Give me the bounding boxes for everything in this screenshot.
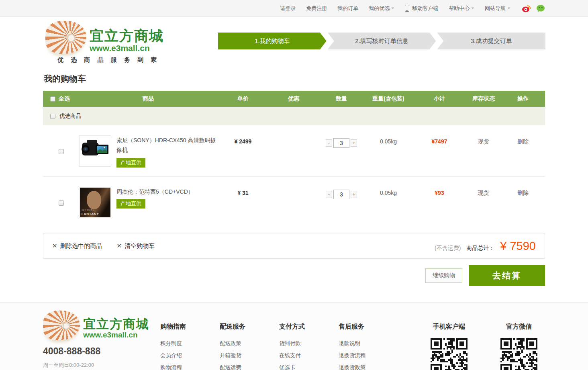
item-checkbox[interactable] [59, 200, 64, 206]
col-header-unit-price: 单价 [217, 91, 269, 107]
quantity-increase-button[interactable]: + [351, 191, 357, 198]
footer-link[interactable]: 在线支付 [279, 350, 339, 362]
x-icon: ✕ [52, 242, 57, 249]
wechat-icon[interactable] [536, 4, 545, 13]
step-order-submitted: 3.成功提交订单 [437, 33, 545, 49]
logo-title: 宜立方商城 [90, 29, 164, 43]
origin-direct-badge: 产地直供 [116, 158, 145, 168]
mobile-app-qr-block: 手机客户端 [423, 323, 475, 370]
footer-link[interactable]: 退款说明 [339, 337, 398, 350]
col-header-discount: 优惠 [269, 91, 318, 107]
footer: 宜立方商城 www.e3mall.cn 4008-888-888 周一至周日8:… [0, 302, 588, 370]
cart-summary-bar: ✕ 删除选中的商品 ✕ 清空购物车 (不含运费) 商品总计： ¥ 7590 [43, 233, 545, 259]
delete-item-link[interactable]: 删除 [501, 187, 545, 219]
weibo-icon[interactable] [522, 4, 531, 13]
logo-url: www.e3mall.cn [90, 44, 164, 52]
footer-column-payment: 支付方式 货到付款 在线支付 优选卡 发票制度 [279, 311, 339, 370]
checkout-button[interactable]: 去结算 [469, 265, 545, 286]
col-header-quantity: 数量 [318, 91, 364, 107]
checkout-steps: 1.我的购物车 2.填写核对订单信息 3.成功提交订单 [218, 33, 545, 49]
col-header-subtotal: 小计 [412, 91, 466, 107]
product-title-link[interactable]: 索尼（SONY）HDR-CX450 高清数码摄像机 [116, 135, 217, 155]
continue-shopping-button[interactable]: 继续购物 [425, 268, 462, 283]
delete-selected-link[interactable]: ✕ 删除选中的商品 [52, 242, 102, 250]
col-header-weight: 重量(含包装) [364, 91, 412, 107]
footer-link[interactable]: 优选卡 [279, 362, 339, 370]
footer-column-shopping-guide: 购物指南 积分制度 会员介绍 购物流程 常用问题 [160, 311, 220, 370]
topbar-menu-my-picks[interactable]: 我的优选 ▼ [369, 5, 394, 12]
promo-group-checkbox[interactable] [50, 114, 55, 119]
footer-link[interactable]: 积分制度 [160, 337, 220, 350]
footer-link[interactable]: 货到付款 [279, 337, 339, 350]
product-title-link[interactable]: 周杰伦：范特西5（CD+VCD） [116, 187, 194, 196]
footer-column-after-sales: 售后服务 退款说明 退换货流程 退换货政策 隐私条款 [339, 311, 398, 370]
step-confirm-order: 2.填写核对订单信息 [328, 33, 436, 49]
cart-item-row: JAY CHOU FANTASY 周杰伦：范特西5（CD+VCD） 产地直供 ¥… [43, 177, 545, 228]
item-weight: 0.05kg [364, 187, 412, 219]
item-subtotal: ¥7497 [412, 135, 466, 168]
unit-price: ¥ 31 [217, 187, 269, 219]
nautilus-shell-logo-image [43, 311, 80, 340]
topbar: 请登录 免费注册 我的订单 我的优选 ▼ 移动客户端 帮助中心 ▼ 网站导航 ▼ [0, 0, 588, 17]
service-phone-number: 4008-888-888 [43, 346, 160, 357]
total-label: 商品总计： [466, 245, 494, 252]
cart-item-row: 索尼（SONY）HDR-CX450 高清数码摄像机 产地直供 ¥ 2499 - … [43, 125, 545, 177]
quantity-increase-button[interactable]: + [351, 139, 357, 147]
quantity-decrease-button[interactable]: - [326, 139, 332, 147]
footer-column-delivery: 配送服务 配送政策 开箱验货 配送运费 配送范围 [220, 311, 279, 370]
topbar-menu-help-center[interactable]: 帮助中心 ▼ [449, 5, 474, 12]
item-subtotal: ¥93 [412, 187, 466, 219]
quantity-decrease-button[interactable]: - [326, 191, 332, 198]
step-my-cart: 1.我的购物车 [218, 33, 327, 49]
quantity-stepper: - + [326, 138, 357, 148]
topbar-menu-site-nav[interactable]: 网站导航 ▼ [485, 5, 510, 12]
footer-link[interactable]: 退换货流程 [339, 350, 398, 362]
footer-link[interactable]: 配送政策 [220, 337, 279, 350]
footer-link[interactable]: 退换货政策 [339, 362, 398, 370]
logo-tagline: 优 选 商 品 服 务 到 家 [57, 56, 159, 64]
topbar-link-register[interactable]: 免费注册 [306, 5, 327, 12]
qr-code-mobile-app [431, 338, 468, 370]
official-wechat-qr-block: 官方微信 [493, 323, 545, 370]
freight-note: (不含运费) [435, 245, 461, 252]
stock-status: 现货 [466, 187, 501, 219]
cart-table-header: 全选 商品 单价 优惠 数量 重量(含包装) 小计 库存状态 操作 [43, 91, 545, 107]
smartphone-icon [405, 5, 409, 12]
quantity-input[interactable] [333, 138, 349, 148]
discount-cell [269, 187, 318, 219]
product-image-camcorder[interactable] [79, 135, 111, 167]
promo-group-row: 优选商品 [43, 107, 545, 125]
item-weight: 0.05kg [364, 135, 412, 168]
quantity-stepper: - + [326, 190, 357, 199]
col-header-stock-status: 库存状态 [466, 91, 501, 107]
col-header-action: 操作 [501, 91, 545, 107]
product-image-album[interactable]: JAY CHOU FANTASY [79, 187, 111, 218]
service-hours: 周一至周日8:00-22:00 [43, 362, 160, 369]
footer-link[interactable]: 配送运费 [220, 362, 279, 370]
clear-cart-link[interactable]: ✕ 清空购物车 [117, 242, 155, 250]
quantity-input[interactable] [333, 190, 349, 199]
nautilus-shell-logo-image [45, 21, 86, 54]
col-header-product: 商品 [79, 91, 217, 107]
footer-link[interactable]: 开箱验货 [220, 350, 279, 362]
chevron-down-icon: ▼ [471, 6, 475, 10]
x-icon: ✕ [117, 242, 122, 249]
stock-status: 现货 [466, 135, 501, 168]
site-logo[interactable]: 宜立方商城 www.e3mall.cn [45, 21, 164, 54]
page-title: 我的购物车 [44, 73, 545, 84]
footer-link[interactable]: 会员介绍 [160, 350, 220, 362]
footer-link[interactable]: 购物流程 [160, 362, 220, 370]
footer-logo[interactable]: 宜立方商城 www.e3mall.cn [43, 311, 160, 340]
topbar-link-login[interactable]: 请登录 [280, 5, 296, 12]
delete-item-link[interactable]: 删除 [501, 135, 545, 168]
select-all-checkbox[interactable] [50, 96, 55, 102]
chevron-down-icon: ▼ [391, 6, 395, 10]
qr-code-wechat [500, 338, 537, 370]
topbar-link-mobile-client[interactable]: 移动客户端 [405, 5, 438, 12]
total-value: ¥ 7590 [500, 239, 536, 253]
item-checkbox[interactable] [59, 149, 64, 154]
discount-cell [269, 135, 318, 168]
topbar-link-my-orders[interactable]: 我的订单 [337, 5, 358, 12]
unit-price: ¥ 2499 [217, 135, 269, 168]
site-header: 宜立方商城 www.e3mall.cn 优 选 商 品 服 务 到 家 1.我的… [0, 17, 588, 68]
